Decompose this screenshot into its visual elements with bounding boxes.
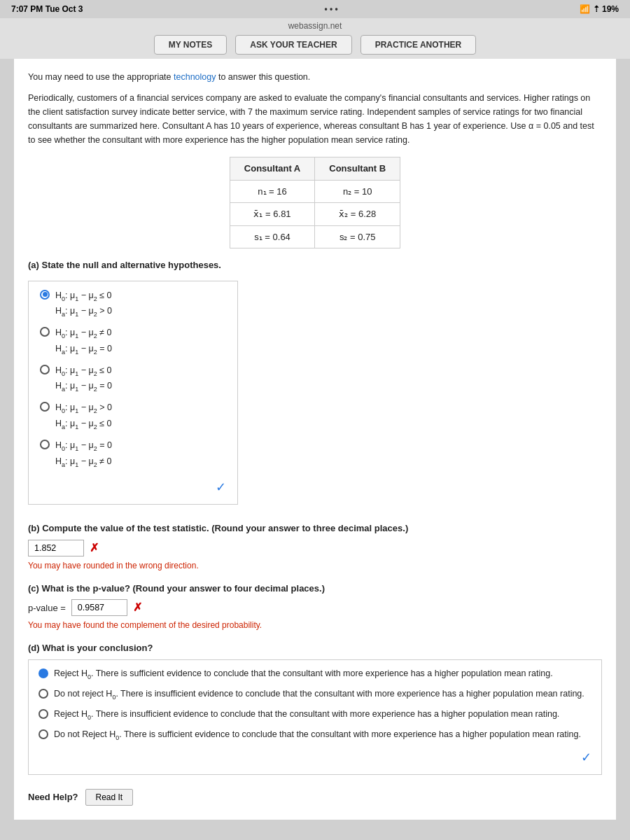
cell-s2: s₂ = 0.75 <box>315 225 400 248</box>
radio-5[interactable] <box>40 440 50 449</box>
url-display: webassign.net <box>288 21 342 31</box>
conclusion-text-3: Reject H0. There is insufficient evidenc… <box>54 708 559 722</box>
radio-3[interactable] <box>40 365 50 374</box>
part-b-label: (b) Compute the value of the test statis… <box>28 522 602 536</box>
part-c-input-row: p-value = ✗ <box>28 599 602 616</box>
hypothesis-option-4[interactable]: H0: μ1 − μ2 > 0 Ha: μ1 − μ2 ≤ 0 <box>40 400 226 433</box>
hypothesis-option-1[interactable]: H0: μ1 − μ2 ≤ 0 Ha: μ1 − μ2 > 0 <box>40 288 226 321</box>
nav-buttons-row: MY NOTES ASK YOUR TEACHER PRACTICE ANOTH… <box>6 35 624 55</box>
status-icons: 📶 ⇡ 19% <box>580 4 619 14</box>
hypothesis-math-1: H0: μ1 − μ2 ≤ 0 Ha: μ1 − μ2 > 0 <box>55 288 112 321</box>
conclusion-text-2: Do not reject H0. There is insufficient … <box>54 687 584 702</box>
part-c-error-text: You may have found the complement of the… <box>28 619 602 631</box>
conclusion-text-4: Do not Reject H0. There is sufficient ev… <box>54 728 581 743</box>
conclusion-radio-4[interactable] <box>38 729 48 739</box>
intro-line1: You may need to use the appropriate tech… <box>28 70 602 84</box>
col-header-a: Consultant A <box>230 158 314 181</box>
hypothesis-math-2: H0: μ1 − μ2 ≠ 0 Ha: μ1 − μ2 = 0 <box>55 326 112 358</box>
cell-s1: s₁ = 0.64 <box>230 225 314 248</box>
device-frame: 7:07 PM Tue Oct 3 • • • 📶 ⇡ 19% webassig… <box>0 0 630 840</box>
conclusion-radio-1[interactable] <box>38 668 48 678</box>
hypothesis-option-2[interactable]: H0: μ1 − μ2 ≠ 0 Ha: μ1 − μ2 = 0 <box>40 326 226 358</box>
content-area: You may need to use the appropriate tech… <box>14 59 616 820</box>
pvalue-label: p-value = <box>28 601 66 615</box>
conclusion-option-1[interactable]: Reject H0. There is sufficient evidence … <box>38 667 592 682</box>
need-help-bar: Need Help? Read It <box>28 782 602 808</box>
practice-another-button[interactable]: PRACTICE ANOTHER <box>360 35 477 55</box>
conclusion-box: Reject H0. There is sufficient evidence … <box>28 659 602 775</box>
ask-teacher-button[interactable]: ASK YOUR TEACHER <box>235 35 351 55</box>
conclusion-text-1: Reject H0. There is sufficient evidence … <box>54 667 553 682</box>
radio-1[interactable] <box>40 290 50 300</box>
status-bar: 7:07 PM Tue Oct 3 • • • 📶 ⇡ 19% <box>0 0 630 18</box>
dots-indicator: • • • <box>324 4 337 14</box>
wifi-icon: 📶 <box>580 4 590 14</box>
conclusion-radio-2[interactable] <box>38 689 48 699</box>
technology-link[interactable]: technology <box>174 72 216 82</box>
table-row: x̄₁ = 6.81 x̄₂ = 6.28 <box>230 203 400 226</box>
part-a-checkmark: ✓ <box>216 478 226 497</box>
my-notes-button[interactable]: MY NOTES <box>154 35 227 55</box>
conclusion-radio-3[interactable] <box>38 709 48 719</box>
part-b-error-text: You may have rounded in the wrong direct… <box>28 559 602 572</box>
hypotheses-box: H0: μ1 − μ2 ≤ 0 Ha: μ1 − μ2 > 0 H0: μ1 −… <box>28 281 238 505</box>
table-row: n₁ = 16 n₂ = 10 <box>230 180 400 203</box>
data-table: Consultant A Consultant B n₁ = 16 n₂ = 1… <box>230 157 400 248</box>
conclusion-option-4[interactable]: Do not Reject H0. There is sufficient ev… <box>38 728 592 743</box>
radio-4[interactable] <box>40 402 50 412</box>
read-it-button[interactable]: Read It <box>85 789 134 806</box>
time-display: 7:07 PM Tue Oct 3 <box>11 4 83 14</box>
hypothesis-math-3: H0: μ1 − μ2 ≤ 0 Ha: μ1 − μ2 = 0 <box>55 363 112 396</box>
part-c-label: (c) What is the p-value? (Round your ans… <box>28 582 602 596</box>
conclusion-option-3[interactable]: Reject H0. There is insufficient evidenc… <box>38 708 592 722</box>
cell-x2: x̄₂ = 6.28 <box>315 203 400 226</box>
part-b-input-row: ✗ <box>28 540 602 556</box>
part-d-checkmark: ✓ <box>38 748 592 767</box>
test-statistic-input[interactable] <box>28 540 84 556</box>
table-row: s₁ = 0.64 s₂ = 0.75 <box>230 225 400 248</box>
cell-x1: x̄₁ = 6.81 <box>230 203 314 226</box>
hypothesis-math-5: H0: μ1 − μ2 = 0 Ha: μ1 − μ2 ≠ 0 <box>55 438 112 470</box>
hypothesis-math-4: H0: μ1 − μ2 > 0 Ha: μ1 − μ2 ≤ 0 <box>55 400 112 433</box>
battery-label: ⇡ 19% <box>593 4 619 14</box>
part-b-error-mark: ✗ <box>90 540 99 556</box>
hypothesis-option-3[interactable]: H0: μ1 − μ2 ≤ 0 Ha: μ1 − μ2 = 0 <box>40 363 226 396</box>
conclusion-option-2[interactable]: Do not reject H0. There is insufficient … <box>38 687 592 702</box>
nav-bar: MY NOTES ASK YOUR TEACHER PRACTICE ANOTH… <box>0 32 630 59</box>
part-c-error-mark: ✗ <box>133 599 142 616</box>
pvalue-input[interactable] <box>71 599 127 616</box>
part-d-label: (d) What is your conclusion? <box>28 641 602 655</box>
cell-n2: n₂ = 10 <box>315 180 400 203</box>
part-a-label: (a) State the null and alternative hypot… <box>28 258 602 272</box>
need-help-label: Need Help? <box>28 790 78 804</box>
col-header-b: Consultant B <box>315 158 400 181</box>
cell-n1: n₁ = 16 <box>230 180 314 203</box>
radio-2[interactable] <box>40 327 50 337</box>
intro-paragraph: Periodically, customers of a financial s… <box>28 91 602 147</box>
hypothesis-option-5[interactable]: H0: μ1 − μ2 = 0 Ha: μ1 − μ2 ≠ 0 <box>40 438 226 470</box>
